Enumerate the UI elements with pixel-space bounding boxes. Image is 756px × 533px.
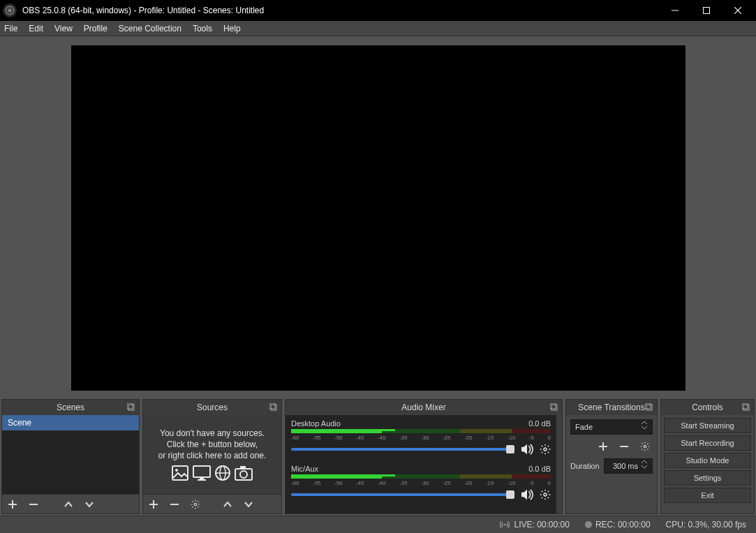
scene-transitions-dock: Scene Transitions Fade Duration 300 ms: [565, 399, 658, 514]
meter-ticks: -60-55-50-45-40-35-30-25-20-15-10-50: [291, 480, 551, 486]
gear-icon[interactable]: [540, 444, 551, 455]
sources-empty-text: or right click here to add one.: [158, 450, 267, 461]
move-scene-up-button[interactable]: [61, 497, 76, 512]
audio-meter: [291, 429, 551, 433]
svg-point-43: [585, 521, 592, 528]
audio-meter: [291, 474, 551, 479]
titlebar: OBS 25.0.8 (64-bit, windows) - Profile: …: [0, 0, 756, 21]
svg-rect-15: [193, 466, 210, 477]
menu-edit[interactable]: Edit: [29, 24, 43, 33]
menu-tools[interactable]: Tools: [193, 24, 212, 33]
image-icon: [172, 465, 188, 481]
speaker-icon[interactable]: [520, 489, 534, 500]
duration-label: Duration: [570, 462, 600, 470]
mixer-header: Audio Mixer: [286, 400, 562, 415]
menubar: File Edit View Profile Scene Collection …: [0, 21, 756, 36]
speaker-icon[interactable]: [520, 444, 534, 455]
svg-point-42: [504, 524, 506, 526]
svg-rect-41: [742, 403, 748, 409]
sources-empty-text: Click the + button below,: [167, 439, 258, 450]
svg-rect-40: [743, 405, 749, 410]
record-icon: [585, 521, 592, 528]
mixer-channel-desktop-audio: Desktop Audio 0.0 dB -60-55-50-45-40-35-…: [291, 419, 551, 455]
menu-profile[interactable]: Profile: [84, 24, 108, 33]
mixer-body: Desktop Audio 0.0 dB -60-55-50-45-40-35-…: [286, 415, 562, 513]
duration-input[interactable]: 300 ms: [604, 458, 653, 474]
svg-point-23: [240, 471, 247, 478]
obs-logo-icon: [3, 3, 17, 17]
display-icon: [193, 465, 211, 481]
svg-rect-34: [646, 405, 652, 410]
remove-source-button[interactable]: [167, 497, 182, 512]
svg-rect-12: [269, 403, 275, 409]
sources-dock: Sources You don't have any sources. Clic…: [142, 399, 282, 514]
source-properties-button[interactable]: [188, 497, 203, 512]
scene-item[interactable]: Scene: [2, 415, 139, 430]
status-live: LIVE: 00:00:00: [499, 520, 569, 530]
popout-icon[interactable]: [125, 401, 138, 414]
gear-icon[interactable]: [540, 489, 551, 500]
add-source-button[interactable]: [146, 497, 161, 512]
studio-mode-button[interactable]: Studio Mode: [664, 453, 751, 468]
status-cpu: CPU: 0.3%, 30.00 fps: [666, 520, 746, 530]
move-source-up-button[interactable]: [220, 497, 235, 512]
add-scene-button[interactable]: [5, 497, 20, 512]
svg-point-27: [194, 503, 197, 506]
svg-marker-30: [521, 444, 527, 454]
volume-slider[interactable]: [291, 448, 514, 451]
maximize-button[interactable]: [690, 0, 722, 21]
transitions-header: Scene Transitions: [566, 400, 657, 415]
svg-point-14: [175, 469, 178, 472]
popout-icon[interactable]: [548, 401, 561, 414]
remove-scene-button[interactable]: [26, 497, 41, 512]
menu-file[interactable]: File: [4, 24, 17, 33]
meter-ticks: -60-55-50-45-40-35-30-25-20-15-10-50: [291, 435, 551, 441]
channel-name: Mic/Aux: [291, 465, 318, 473]
menu-view[interactable]: View: [54, 24, 73, 33]
close-button[interactable]: [722, 0, 753, 21]
controls-dock: Controls Start Streaming Start Recording…: [660, 399, 755, 514]
minimize-button[interactable]: [659, 0, 690, 21]
move-scene-down-button[interactable]: [82, 497, 97, 512]
broadcast-icon: [499, 520, 510, 529]
svg-point-1: [8, 9, 12, 13]
scenes-header: Scenes: [2, 400, 139, 415]
exit-button[interactable]: Exit: [664, 488, 751, 503]
settings-button[interactable]: Settings: [664, 470, 751, 486]
svg-marker-32: [521, 490, 527, 500]
transition-select[interactable]: Fade: [570, 419, 653, 435]
sources-list[interactable]: You don't have any sources. Click the + …: [143, 415, 281, 494]
sources-toolbar: [143, 494, 281, 513]
channel-level: 0.0 dB: [528, 419, 551, 428]
start-streaming-button[interactable]: Start Streaming: [664, 418, 751, 433]
transitions-body: Fade Duration 300 ms: [566, 415, 657, 478]
svg-point-31: [544, 448, 547, 451]
popout-icon[interactable]: [267, 401, 280, 414]
preview-canvas[interactable]: [71, 45, 685, 391]
controls-body: Start Streaming Start Recording Studio M…: [661, 415, 754, 506]
preview-area: [0, 36, 756, 399]
channel-level: 0.0 dB: [528, 465, 551, 473]
transition-settings-button[interactable]: [637, 439, 653, 454]
start-recording-button[interactable]: Start Recording: [664, 435, 751, 451]
menu-help[interactable]: Help: [223, 24, 241, 33]
status-rec: REC: 00:00:00: [585, 520, 651, 530]
menu-scene-collection[interactable]: Scene Collection: [119, 24, 181, 33]
popout-icon[interactable]: [643, 401, 655, 414]
controls-header: Controls: [661, 400, 754, 415]
svg-rect-29: [550, 403, 556, 409]
scenes-toolbar: [2, 494, 139, 513]
svg-rect-28: [551, 405, 557, 410]
move-source-down-button[interactable]: [241, 497, 256, 512]
camera-icon: [235, 465, 253, 481]
volume-slider[interactable]: [291, 493, 514, 496]
sources-header: Sources: [143, 400, 281, 415]
remove-transition-button[interactable]: [616, 439, 632, 454]
svg-point-33: [544, 493, 547, 496]
channel-name: Desktop Audio: [291, 419, 341, 428]
scenes-list[interactable]: Scene: [2, 415, 139, 494]
add-transition-button[interactable]: [595, 439, 611, 454]
popout-icon[interactable]: [740, 401, 753, 414]
svg-rect-22: [240, 466, 246, 469]
svg-rect-16: [200, 477, 204, 479]
